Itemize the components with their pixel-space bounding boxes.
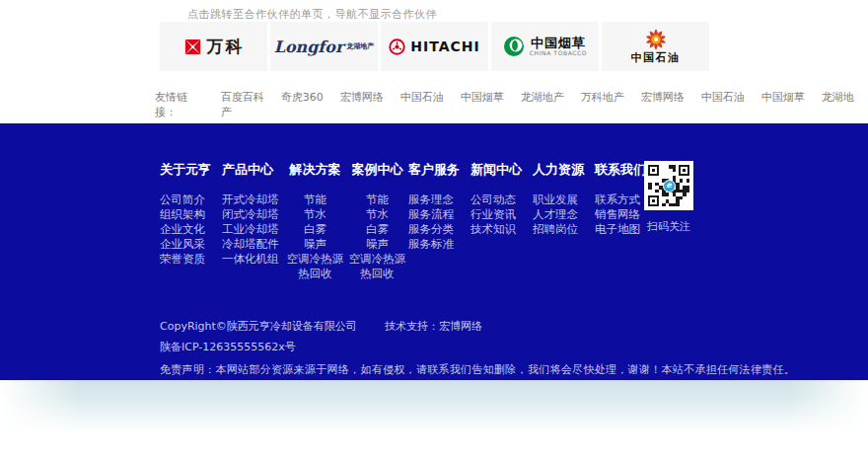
- hitachi-icon: [389, 39, 405, 55]
- footer-link[interactable]: 服务分类: [408, 222, 470, 237]
- qr-module: [683, 193, 687, 196]
- friend-link[interactable]: 中国烟草: [761, 91, 805, 104]
- footer-link[interactable]: 职业发展: [533, 193, 595, 207]
- footer-link[interactable]: 组织架构: [160, 207, 222, 222]
- footer-link[interactable]: 节水: [346, 207, 408, 222]
- footer-link[interactable]: 白雾: [346, 222, 408, 237]
- site-footer: 关于元亨公司简介组织架构企业文化企业风采荣誉资质产品中心开式冷却塔闭式冷却塔工业…: [0, 123, 868, 380]
- qr-finder-icon: [679, 165, 689, 176]
- qr-block: e 扫码关注: [644, 161, 693, 234]
- vanke-icon: [183, 38, 202, 56]
- footer-link[interactable]: 闭式冷却塔: [222, 207, 284, 222]
- qr-finder-icon: [648, 195, 659, 206]
- footer-column: 关于元亨公司简介组织架构企业文化企业风采荣誉资质: [160, 159, 222, 281]
- partner-logo-china-tobacco[interactable]: 中国烟草 CHINA TOBACCO: [491, 22, 599, 71]
- hitachi-wordmark: HITACHI: [410, 39, 479, 54]
- qr-finder-icon: [648, 165, 659, 176]
- petrochina-icon: [643, 28, 669, 51]
- qr-module: [662, 203, 666, 207]
- longfor-cn-label: 龙湖地产: [346, 41, 374, 51]
- qr-module: [680, 179, 684, 183]
- footer-link[interactable]: 公司简介: [160, 193, 222, 207]
- footer-column-title[interactable]: 新闻中心: [470, 161, 522, 179]
- footer-column-title[interactable]: 客户服务: [408, 161, 460, 179]
- partner-logo-hitachi[interactable]: HITACHI: [381, 22, 488, 71]
- footer-column: 新闻中心公司动态行业资讯技术知识: [470, 159, 533, 281]
- qr-code: e: [644, 161, 693, 210]
- partner-logo-strip: 万科 Longfor 龙湖地产 HITACHI 中国烟草 CHINA TOBAC…: [160, 22, 709, 71]
- footer-link[interactable]: 开式冷却塔: [222, 193, 284, 207]
- footer-link[interactable]: 冷却塔配件: [222, 237, 284, 252]
- vanke-wordmark: 万科: [207, 36, 245, 58]
- footer-link[interactable]: 服务标准: [408, 237, 470, 252]
- footer-column-title[interactable]: 产品中心: [222, 161, 273, 179]
- footer-link[interactable]: 空调冷热源: [346, 252, 408, 267]
- qr-module: [687, 179, 690, 183]
- friend-link[interactable]: 龙湖地产: [521, 91, 564, 104]
- copyright-block: CopyRight©陕西元亨冷却设备有限公司技术支持：宏博网络 陕备ICP-12…: [160, 319, 795, 377]
- footer-link[interactable]: 服务流程: [408, 207, 470, 222]
- partner-logo-longfor[interactable]: Longfor 龙湖地产: [270, 22, 378, 71]
- tech-support-text: 技术支持：宏博网络: [385, 320, 482, 333]
- friend-link[interactable]: 中国石油: [701, 91, 745, 104]
- qr-center-logo-icon: e: [663, 180, 676, 193]
- footer-link[interactable]: 噪声: [284, 237, 346, 252]
- friend-link[interactable]: 中国石油: [400, 91, 444, 104]
- footer-column-title[interactable]: 联系我们: [595, 161, 646, 179]
- partner-logo-petrochina[interactable]: 中国石油: [602, 22, 709, 71]
- disclaimer-text: 免责声明：本网站部分资源来源于网络，如有侵权，请联系我们告知删除，我们将会尽快处…: [160, 362, 795, 377]
- qr-module: [655, 190, 659, 193]
- friend-link[interactable]: 百度百科: [221, 91, 264, 104]
- footer-column: 客户服务服务理念服务流程服务分类服务标准: [408, 159, 470, 281]
- footer-link[interactable]: 节能: [346, 193, 408, 207]
- friend-link[interactable]: 宏博网络: [340, 91, 384, 104]
- china-tobacco-wordmark: 中国烟草: [531, 37, 586, 50]
- footer-column-title[interactable]: 人力资源: [533, 161, 584, 179]
- footer-link[interactable]: 热回收: [284, 267, 346, 281]
- china-tobacco-en-label: CHINA TOBACCO: [530, 50, 587, 57]
- footer-link[interactable]: 节能: [284, 193, 346, 207]
- footer-link[interactable]: 节水: [284, 207, 346, 222]
- footer-column: 产品中心开式冷却塔闭式冷却塔工业冷却塔冷却塔配件一体化机组: [222, 159, 284, 281]
- footer-link[interactable]: 招聘岗位: [533, 222, 595, 237]
- footer-link[interactable]: 技术知识: [470, 222, 533, 237]
- footer-link[interactable]: 人才理念: [533, 207, 595, 222]
- footer-link[interactable]: 行业资讯: [470, 207, 533, 222]
- footer-link[interactable]: 一体化机组: [222, 252, 284, 267]
- footer-link[interactable]: 公司动态: [470, 193, 533, 207]
- footer-link[interactable]: 服务理念: [408, 193, 470, 207]
- footer-column-title[interactable]: 关于元亨: [160, 161, 211, 179]
- footer-link[interactable]: 荣誉资质: [160, 252, 222, 267]
- qr-module: [687, 190, 690, 193]
- petrochina-wordmark: 中国石油: [631, 52, 681, 64]
- footer-column-title[interactable]: 解决方案: [290, 161, 341, 179]
- friendship-links: 百度百科奇虎360宏博网络中国石油中国烟草龙湖地产万科地产宏博网络中国石油中国烟…: [221, 90, 868, 119]
- friend-link[interactable]: 宏博网络: [641, 91, 685, 104]
- footer-column-title[interactable]: 案例中心: [352, 161, 403, 179]
- friendship-links-label: 友情链接：: [155, 90, 208, 119]
- friend-link[interactable]: 奇虎360: [281, 91, 324, 104]
- partner-hint-text: 点击跳转至合作伙伴的单页，导航不显示合作伙伴: [187, 7, 437, 22]
- qr-module: [666, 193, 670, 196]
- longfor-wordmark: Longfor: [274, 38, 344, 56]
- footer-link[interactable]: 企业风采: [160, 237, 222, 252]
- friend-link[interactable]: 中国烟草: [461, 91, 504, 104]
- footer-link[interactable]: 工业冷却塔: [222, 222, 284, 237]
- friend-link[interactable]: 万科地产: [581, 91, 624, 104]
- footer-link[interactable]: 企业文化: [160, 222, 222, 237]
- footer-link[interactable]: 白雾: [284, 222, 346, 237]
- qr-caption: 扫码关注: [644, 219, 693, 234]
- footer-link[interactable]: 空调冷热源: [284, 252, 346, 267]
- footer-link[interactable]: 热回收: [346, 267, 408, 281]
- qr-module: [676, 203, 680, 207]
- copyright-text: CopyRight©陕西元亨冷却设备有限公司: [160, 320, 357, 333]
- qr-module: [673, 169, 677, 173]
- qr-module: [648, 186, 652, 190]
- footer-column: 案例中心节能节水白雾噪声空调冷热源热回收: [346, 159, 408, 281]
- footer-link[interactable]: 噪声: [346, 237, 408, 252]
- partner-logo-vanke[interactable]: 万科: [160, 22, 267, 71]
- qr-module: [680, 196, 684, 200]
- friendship-links-row: 友情链接： 百度百科奇虎360宏博网络中国石油中国烟草龙湖地产万科地产宏博网络中…: [155, 90, 868, 119]
- page-bottom-shadow: [0, 380, 868, 434]
- icp-number: 陕备ICP-12635555562x号: [160, 340, 795, 354]
